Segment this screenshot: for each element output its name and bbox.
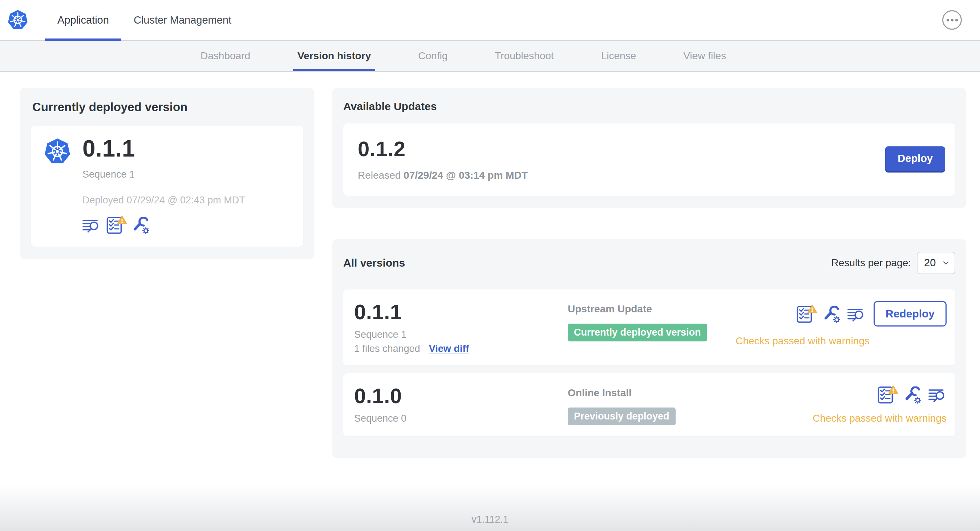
tab-application[interactable]: Application — [45, 0, 121, 40]
released-timestamp: 07/29/24 @ 03:14 pm MDT — [404, 170, 528, 181]
redeploy-button[interactable]: Redeploy — [873, 301, 947, 326]
version-actions-block: Checks passed with warnings — [813, 385, 947, 424]
page-footer: v1.112.1 — [0, 485, 980, 531]
deployed-sequence: Sequence 1 — [83, 169, 245, 180]
version-source: Upstream Update — [568, 303, 735, 315]
version-actions-block: Redeploy Checks passed with warnings — [735, 301, 947, 347]
results-per-page: Results per page: 20 — [831, 252, 955, 274]
right-column: Available Updates 0.1.2 Released 07/29/2… — [332, 88, 966, 458]
row-sequence: Sequence 1 — [354, 329, 568, 340]
available-update-card: 0.1.2 Released 07/29/24 @ 03:14 pm MDT D… — [343, 124, 955, 196]
overflow-menu-button[interactable] — [942, 10, 962, 30]
tab-troubleshoot[interactable]: Troubleshoot — [495, 41, 554, 71]
status-badge: Previously deployed — [568, 407, 676, 425]
version-info: 0.1.0 Sequence 0 — [354, 385, 568, 424]
available-updates-title: Available Updates — [343, 100, 955, 113]
release-notes-icon[interactable] — [848, 307, 865, 323]
deployed-timestamp: Deployed 07/29/24 @ 02:43 pm MDT — [83, 195, 245, 206]
release-notes-icon[interactable] — [83, 218, 100, 234]
chevron-down-icon — [943, 261, 949, 265]
currently-deployed-title: Currently deployed version — [32, 100, 303, 114]
version-status-icons — [797, 304, 865, 323]
status-badge: Currently deployed version — [568, 324, 707, 342]
tab-config[interactable]: Config — [418, 41, 447, 71]
edit-config-icon[interactable] — [904, 386, 922, 404]
version-row-0-1-0: 0.1.0 Sequence 0 Online Install Previous… — [343, 374, 955, 436]
topbar-spacer — [244, 0, 942, 40]
view-diff-link[interactable]: View diff — [429, 343, 469, 355]
currently-deployed-panel: Currently deployed version 0.1.1 Sequenc… — [20, 88, 314, 259]
release-notes-icon[interactable] — [928, 388, 947, 404]
edit-config-icon[interactable] — [132, 217, 150, 234]
version-actions — [878, 385, 947, 404]
preflight-checks-warning-icon[interactable] — [797, 304, 817, 323]
tab-version-history[interactable]: Version history — [298, 41, 371, 71]
all-versions-header: All versions Results per page: 20 — [343, 252, 955, 274]
ellipsis-icon — [947, 19, 949, 21]
edit-config-icon[interactable] — [823, 306, 841, 323]
deployed-version-number: 0.1.1 — [83, 137, 245, 161]
all-versions-title: All versions — [343, 257, 405, 269]
row-sequence: Sequence 0 — [354, 413, 568, 424]
update-version-number: 0.1.2 — [358, 138, 941, 160]
row-files-changed-line: 1 files changed View diff — [354, 343, 568, 355]
all-versions-panel: All versions Results per page: 20 0.1.1 … — [332, 239, 966, 458]
version-rows: 0.1.1 Sequence 1 1 files changed View di… — [343, 289, 955, 436]
update-released-line: Released 07/29/24 @ 03:14 pm MDT — [358, 170, 941, 181]
version-actions: Redeploy — [797, 301, 947, 326]
row-version-number: 0.1.0 — [354, 385, 568, 407]
row-version-number: 0.1.1 — [354, 301, 568, 323]
results-per-page-value: 20 — [924, 257, 936, 269]
version-source: Online Install — [568, 387, 813, 399]
tab-cluster-management[interactable]: Cluster Management — [121, 0, 244, 40]
tab-cluster-management-label: Cluster Management — [134, 14, 231, 26]
results-per-page-select[interactable]: 20 — [917, 252, 955, 274]
main-content: Currently deployed version 0.1.1 Sequenc… — [0, 72, 980, 458]
version-source-block: Upstream Update Currently deployed versi… — [568, 301, 735, 342]
files-changed-label: 1 files changed — [354, 343, 420, 355]
available-updates-panel: Available Updates 0.1.2 Released 07/29/2… — [332, 88, 966, 208]
preflight-checks-warning-icon[interactable] — [878, 385, 898, 404]
app-subnav: Dashboard Version history Config Trouble… — [0, 41, 980, 72]
tab-application-label: Application — [57, 14, 109, 26]
checks-status-text: Checks passed with warnings — [813, 413, 947, 424]
tab-license[interactable]: License — [601, 41, 636, 71]
deployed-version-card: 0.1.1 Sequence 1 Deployed 07/29/24 @ 02:… — [31, 126, 303, 246]
version-row-0-1-1: 0.1.1 Sequence 1 1 files changed View di… — [343, 289, 955, 366]
app-kubernetes-icon — [43, 137, 72, 165]
preflight-checks-warning-icon[interactable] — [107, 215, 127, 234]
kubernetes-logo-icon — [7, 9, 29, 31]
deployed-status-icons — [83, 215, 245, 234]
released-label: Released — [358, 170, 401, 181]
tab-view-files[interactable]: View files — [683, 41, 726, 71]
tab-dashboard[interactable]: Dashboard — [200, 41, 250, 71]
version-source-block: Online Install Previously deployed — [568, 385, 813, 425]
app-switcher: Application Cluster Management — [45, 0, 244, 40]
deployed-version-details: 0.1.1 Sequence 1 Deployed 07/29/24 @ 02:… — [83, 137, 245, 234]
results-per-page-label: Results per page: — [831, 257, 911, 269]
admin-console-version: v1.112.1 — [471, 514, 509, 525]
version-info: 0.1.1 Sequence 1 1 files changed View di… — [354, 301, 568, 355]
checks-status-text: Checks passed with warnings — [735, 335, 870, 347]
deploy-button[interactable]: Deploy — [885, 146, 945, 173]
version-status-icons — [878, 385, 947, 404]
top-bar: Application Cluster Management — [0, 0, 980, 41]
